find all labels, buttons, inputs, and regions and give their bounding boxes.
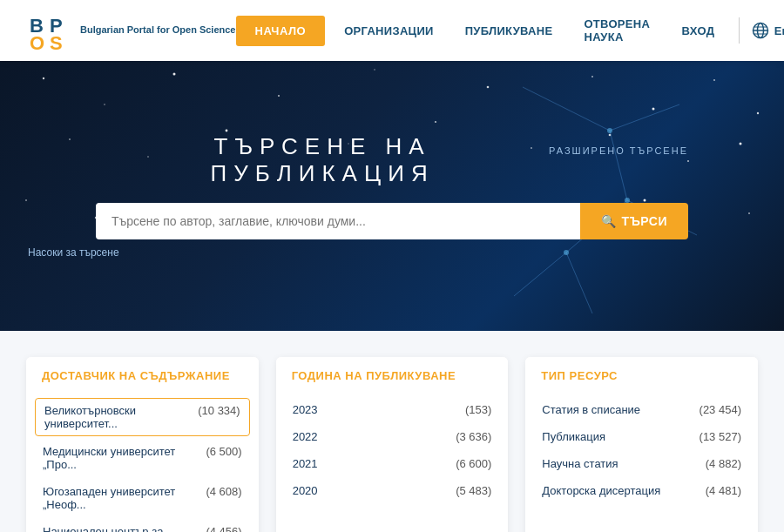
search-icon: 🔍 xyxy=(601,214,617,228)
svg-point-19 xyxy=(757,112,759,114)
facet-item-count: (5 483) xyxy=(456,484,491,497)
facet-item[interactable]: Публикация(13 527) xyxy=(525,423,758,450)
advanced-search-label[interactable]: РАЗШИРЕНО ТЪРСЕНЕ xyxy=(549,145,688,156)
lang-label: English xyxy=(774,24,784,37)
nav-organizations[interactable]: ОРГАНИЗАЦИИ xyxy=(332,16,445,46)
facet-item[interactable]: Великотърновски университет... (10 334) xyxy=(35,398,250,436)
globe-icon xyxy=(752,22,769,39)
facet-header-content-provider: ДОСТАВЧИК НА СЪДЪРЖАНИЕ xyxy=(26,357,259,391)
facet-item-name: Научна статия xyxy=(542,457,700,470)
facet-item[interactable]: 2020(5 483) xyxy=(276,477,509,504)
search-button[interactable]: 🔍 ТЪРСИ xyxy=(580,203,688,239)
facet-list-publication-year: 2023(153)2022(3 636)2021(6 600)2020(5 48… xyxy=(276,391,509,509)
svg-point-11 xyxy=(104,104,105,105)
facet-list-resource-type: Статия в списание(23 454)Публикация(13 5… xyxy=(525,391,758,509)
facet-header-publication-year: ГОДИНА НА ПУБЛИКУВАНЕ xyxy=(276,357,509,391)
facet-title-publication-year: ГОДИНА НА ПУБЛИКУВАНЕ xyxy=(292,369,493,382)
facet-item-name: Медицински университет „Про... xyxy=(43,445,200,471)
header: B P O S Bulgarian Portal for Open Scienc… xyxy=(0,0,784,61)
svg-text:S: S xyxy=(50,32,63,53)
svg-point-13 xyxy=(278,95,280,97)
svg-point-12 xyxy=(173,73,176,76)
facet-header-resource-type: ТИП РЕСУРС xyxy=(525,357,758,391)
facet-item-name: Публикация xyxy=(542,430,693,443)
facet-card-content-provider: ДОСТАВЧИК НА СЪДЪРЖАНИЕВеликотърновски у… xyxy=(26,357,259,532)
nav-publishing[interactable]: ПУБЛИКУВАНЕ xyxy=(453,16,565,46)
search-row: 🔍 ТЪРСИ xyxy=(96,203,688,239)
facet-item[interactable]: 2022(3 636) xyxy=(276,423,509,450)
facet-item-name: Великотърновски университет... xyxy=(44,404,193,430)
svg-line-41 xyxy=(514,253,566,296)
facet-item-count: (6 600) xyxy=(456,457,491,470)
svg-point-22 xyxy=(226,130,228,132)
logo-text: Bulgarian Portal for Open Science xyxy=(80,24,236,37)
facet-title-content-provider: ДОСТАВЧИК НА СЪДЪРЖАНИЕ xyxy=(42,369,243,382)
facet-item-name: Статия в списание xyxy=(542,403,693,416)
home-button[interactable]: НАЧАЛО xyxy=(236,16,326,46)
nav-divider xyxy=(739,17,740,44)
nav-open-science[interactable]: ОТВОРЕНА НАУКА xyxy=(571,9,662,52)
svg-point-10 xyxy=(43,77,44,79)
facet-item-count: (13 527) xyxy=(700,430,741,443)
facet-item[interactable]: 2021(6 600) xyxy=(276,450,509,477)
facet-item-name: 2021 xyxy=(293,457,450,470)
logo: B P O S Bulgarian Portal for Open Scienc… xyxy=(26,8,236,53)
facet-item-name: 2022 xyxy=(293,430,450,443)
logo-icon: B P O S xyxy=(26,8,71,53)
facet-item-name: 2023 xyxy=(293,403,460,416)
language-switcher[interactable]: English xyxy=(752,22,784,39)
svg-point-18 xyxy=(713,79,715,81)
hero-section: ТЪРСЕНЕ НА ПУБЛИКАЦИЯ РАЗШИРЕНО ТЪРСЕНЕ … xyxy=(0,61,784,331)
facet-item[interactable]: Научна статия(4 882) xyxy=(525,450,758,477)
facet-item-count: (6 500) xyxy=(206,445,241,471)
search-hint[interactable]: Насоки за търсене xyxy=(28,246,119,259)
facet-item-name: Национален център за инфoрма... xyxy=(43,525,200,532)
facet-item[interactable]: Докторска дисертация(4 481) xyxy=(525,477,758,504)
facet-item[interactable]: Медицински университет „Про...(6 500) xyxy=(26,438,259,478)
facet-item[interactable]: Югозападен университет „Неоф...(4 608) xyxy=(26,478,259,518)
svg-point-14 xyxy=(374,69,375,71)
facet-card-publication-year: ГОДИНА НА ПУБЛИКУВАНЕ2023(153)2022(3 636… xyxy=(276,357,509,532)
svg-point-15 xyxy=(487,86,490,89)
facet-item-count: (4 608) xyxy=(206,485,241,511)
facet-item[interactable]: Национален център за инфoрма...(4 456) xyxy=(26,518,259,532)
svg-point-24 xyxy=(435,121,436,123)
facet-item[interactable]: Статия в списание(23 454) xyxy=(525,396,758,423)
search-input[interactable] xyxy=(96,203,580,239)
main-nav: НАЧАЛО ОРГАНИЗАЦИИ ПУБЛИКУВАНЕ ОТВОРЕНА … xyxy=(236,9,785,52)
facet-title-resource-type: ТИП РЕСУРС xyxy=(541,369,742,382)
facet-item-name: 2020 xyxy=(293,484,450,497)
svg-line-40 xyxy=(566,253,592,313)
search-button-label: ТЪРСИ xyxy=(622,214,667,228)
svg-point-17 xyxy=(652,108,655,111)
search-title: ТЪРСЕНЕ НА ПУБЛИКАЦИЯ xyxy=(96,133,549,187)
facet-item[interactable]: 2023(153) xyxy=(276,396,509,423)
facet-list-content-provider: Великотърновски университет... (10 334)М… xyxy=(26,391,259,532)
facet-item-name: Югозападен университет „Неоф... xyxy=(43,485,200,511)
svg-line-36 xyxy=(610,104,679,131)
facet-item-count: (153) xyxy=(465,403,491,416)
facet-item-count: (4 882) xyxy=(706,457,741,470)
svg-text:O: O xyxy=(30,32,44,53)
facets-section: ДОСТАВЧИК НА СЪДЪРЖАНИЕВеликотърновски у… xyxy=(0,331,784,532)
svg-point-16 xyxy=(591,76,593,77)
facet-item-name: Докторска дисертация xyxy=(542,484,700,497)
facet-item-count: (4 456) xyxy=(206,525,241,532)
svg-line-35 xyxy=(523,87,610,131)
facet-item-count: (3 636) xyxy=(456,430,491,443)
facet-item-count: (23 454) xyxy=(700,403,741,416)
facet-card-resource-type: ТИП РЕСУРССтатия в списание(23 454)Публи… xyxy=(525,357,758,532)
facet-item-count: (4 481) xyxy=(706,484,741,497)
nav-login[interactable]: ВХОД xyxy=(670,16,727,46)
facet-item-count: (10 334) xyxy=(198,404,240,430)
